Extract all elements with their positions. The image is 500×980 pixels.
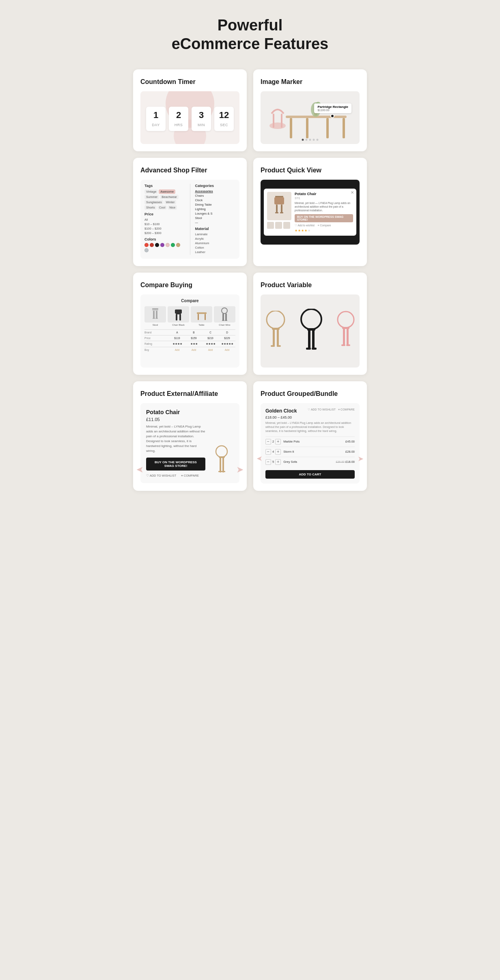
shop-filter-card: Advanced Shop Filter Tags Vintage Awesom… [133,158,247,266]
color-tan[interactable] [176,243,180,247]
svg-rect-33 [222,320,224,321]
compare-product-img-2 [168,306,189,322]
svg-rect-48 [343,328,345,346]
quickview-image-section [267,192,291,232]
svg-rect-43 [312,329,315,350]
external-wishlist-action[interactable]: ♡ ADD TO WISHLIST [146,474,176,477]
product-bundle-card: Product Grouped/Bundle Golden Clock ♡ AD… [253,381,367,490]
quickview-add-to-cart-button[interactable]: BUY ON THE WORDPRESS SWAG STORE! [295,214,353,222]
color-red[interactable] [144,243,149,247]
svg-rect-25 [176,314,177,320]
bundle-qty-decrease-3[interactable]: − [265,459,271,465]
bundle-qty-decrease-1[interactable]: − [265,439,271,445]
bundle-qty-increase-1[interactable]: + [275,439,281,445]
svg-rect-29 [205,314,206,320]
svg-rect-15 [275,212,278,213]
external-compare-action[interactable]: ≡ COMPARE [181,474,199,477]
filter-tags: Vintage Awesome Summer Beachwear Sunglas… [144,189,185,210]
compare-product-3: Table [191,306,212,326]
compare-row-price: Price $119 $159 $219 $229 [144,335,235,341]
filter-tags-col: Tags Vintage Awesome Summer Beachwear Su… [144,184,185,255]
furniture-illustration [261,91,360,144]
svg-rect-13 [276,204,278,213]
color-purple[interactable] [160,243,164,247]
bundle-left-arrow-icon: ➤ [256,454,263,463]
svg-rect-16 [280,212,283,213]
svg-rect-51 [341,344,345,346]
dot-5[interactable] [317,139,319,141]
compare-row-rating: Rating ★★★★ ★★★ ★★★★ ★★★★★ [144,341,235,347]
filter-divider [190,184,190,255]
external-title: Product External/Affiliate [140,390,239,398]
svg-rect-14 [281,204,282,213]
svg-rect-42 [308,329,310,350]
color-green[interactable] [171,243,175,247]
filter-price-list: All $10 – $100 $100 – $200 $200 – $300 [144,218,185,235]
dot-2[interactable] [306,139,308,141]
dot-4[interactable] [313,139,315,141]
image-marker-visual: Partridge Rectangle $1100.00 [261,91,360,144]
external-buy-button[interactable]: BUY ON THE WORDPRESS SWAG STORE! [146,458,205,471]
svg-rect-31 [222,314,224,321]
bundle-visual: Golden Clock ♡ ADD TO WISHLIST ≡ COMPARE… [261,403,360,483]
compare-products-row: Stool Chair Black Table [144,306,235,326]
chair-pink [332,311,360,351]
svg-point-30 [222,308,227,314]
bundle-add-to-cart-button[interactable]: ADD TO CART [265,470,355,479]
dot-1[interactable] [302,139,304,141]
color-pink[interactable] [166,243,170,247]
svg-rect-2 [343,118,345,138]
external-affiliate-card: Product External/Affiliate Potato Chair … [133,381,247,490]
bundle-qty-increase-2[interactable]: + [275,449,281,455]
bundle-actions-top: ♡ ADD TO WISHLIST ≡ COMPARE [308,408,355,411]
compare-product-img-1 [144,306,166,322]
page-title: Powerful eCommerce Features [133,16,367,53]
bundle-qty-decrease-2[interactable]: − [265,449,271,455]
product-variable-title: Product Variable [261,282,360,289]
svg-rect-10 [281,114,282,128]
quickview-compare-action[interactable]: ≡ Compare [318,224,331,227]
svg-rect-28 [198,314,199,320]
color-silver[interactable] [144,248,149,252]
filter-visual: Tags Vintage Awesome Summer Beachwear Su… [140,180,239,259]
svg-rect-18 [152,309,158,311]
bundle-header: Golden Clock ♡ ADD TO WISHLIST ≡ COMPARE [265,408,355,414]
quickview-visual: ✕ [261,180,360,245]
compare-product-img-4 [214,306,235,322]
quickview-wishlist-action[interactable]: ♡ Add to wishlist [295,224,315,227]
svg-rect-54 [220,457,221,473]
quickview-close-icon[interactable]: ✕ [351,190,354,195]
svg-rect-22 [155,318,158,319]
svg-rect-17 [152,308,158,309]
svg-rect-19 [153,311,155,319]
svg-rect-26 [179,314,181,320]
compare-row-brand: Brand A B C D [144,329,235,335]
svg-rect-21 [153,318,155,319]
bundle-right-arrow-icon: ➤ [358,454,364,463]
compare-product-1: Stool [144,306,166,326]
color-dark-red[interactable] [150,243,154,247]
svg-rect-50 [342,327,349,329]
svg-rect-37 [277,329,279,347]
svg-point-8 [269,122,286,129]
countdown-day: 1 DAY [146,107,166,131]
product-bundle-title: Product Grouped/Bundle [261,390,360,398]
svg-rect-32 [225,314,227,321]
bundle-item-sofa: − 5 + Grey Sofa £26.00 £18.00 [265,457,355,467]
svg-rect-56 [219,456,225,458]
right-arrow-icon: ➤ [236,464,244,475]
bundle-qty-storm: − 4 + [265,449,281,455]
svg-rect-39 [271,345,275,347]
svg-rect-57 [218,471,222,472]
bundle-wishlist-action[interactable]: ♡ ADD TO WISHLIST [308,408,336,411]
bundle-item-storm: − 4 + Storm It £28.00 [265,447,355,457]
svg-rect-34 [225,320,227,321]
countdown-timer-card: Countdown Timer 1 DAY 2 HRS 3 MIN 12 [133,69,247,151]
dot-3[interactable] [309,139,311,141]
bundle-compare-action[interactable]: ≡ COMPARE [338,408,355,411]
bundle-qty-increase-3[interactable]: + [275,459,281,465]
compare-product-img-3 [191,306,212,322]
color-black[interactable] [155,243,159,247]
quickview-rating: ★ ★ ★ ★ ★ [295,229,353,232]
countdown-min: 3 MIN [192,107,211,131]
